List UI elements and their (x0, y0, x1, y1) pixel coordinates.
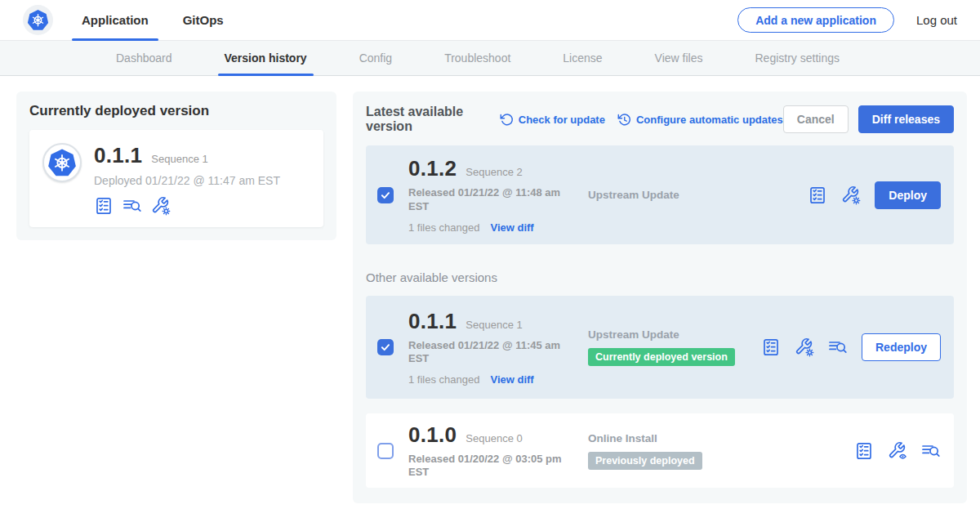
tab-registry-settings[interactable]: Registry settings (751, 41, 842, 75)
refresh-icon (500, 113, 514, 127)
app-icon-ring (42, 143, 82, 182)
top-nav: Application GitOps (80, 0, 256, 41)
nav-tab-label: GitOps (183, 13, 224, 27)
latest-version-title: Latest available version (366, 105, 488, 134)
version-row-0-1-1: 0.1.1 Sequence 1 Released 01/21/22 @ 11:… (366, 296, 954, 399)
version-row-0-1-2: 0.1.2 Sequence 2 Released 01/21/22 @ 11:… (366, 145, 954, 244)
kubernetes-logo-icon (47, 148, 77, 177)
app-subnav: Dashboard Version history Config Trouble… (0, 41, 980, 76)
deployed-sequence-label: Sequence 1 (151, 153, 207, 165)
main-content: Currently deployed version 0.1.1 Sequenc… (0, 76, 980, 503)
deployed-version-number: 0.1.1 (94, 143, 142, 168)
tab-troubleshoot[interactable]: Troubleshoot (441, 41, 514, 75)
panel-title: Currently deployed version (29, 103, 323, 119)
version-number: 0.1.0 (408, 422, 457, 448)
sequence-label: Sequence 0 (466, 432, 522, 444)
tab-dashboard[interactable]: Dashboard (113, 41, 176, 75)
sequence-label: Sequence 1 (466, 319, 522, 331)
tab-license[interactable]: License (559, 41, 605, 75)
tab-version-history[interactable]: Version history (221, 41, 310, 75)
files-changed-label: 1 files changed (408, 221, 479, 234)
edit-config-icon[interactable] (151, 196, 171, 216)
files-changed-label: 1 files changed (408, 373, 479, 386)
available-versions-panel: Latest available version Check for updat… (353, 92, 967, 503)
diff-releases-button[interactable]: Diff releases (858, 105, 954, 133)
configure-automatic-updates-link[interactable]: Configure automatic updates (617, 113, 783, 127)
previously-deployed-badge: Previously deployed (588, 452, 702, 470)
check-for-update-link[interactable]: Check for update (500, 113, 605, 127)
edit-config-icon[interactable] (841, 185, 861, 205)
top-header: Application GitOps Add a new application… (0, 0, 980, 41)
version-info: 0.1.1 Sequence 1 Released 01/21/22 @ 11:… (408, 309, 588, 386)
other-versions-label: Other available versions (366, 270, 954, 284)
redeploy-button[interactable]: Redeploy (862, 333, 941, 361)
deploy-logs-icon[interactable] (921, 441, 941, 461)
deployed-version-card: 0.1.1 Sequence 1 Deployed 01/21/22 @ 11:… (29, 130, 323, 227)
released-timestamp: Released 01/21/22 @ 11:48 am EST (408, 186, 562, 213)
tab-view-files[interactable]: View files (652, 41, 706, 75)
kubernetes-logo-icon (27, 9, 49, 31)
preflight-checks-icon[interactable] (761, 337, 781, 357)
deployed-timestamp: Deployed 01/21/22 @ 11:47 am EST (94, 174, 280, 187)
logout-link[interactable]: Log out (916, 13, 957, 27)
released-timestamp: Released 01/20/22 @ 03:05 pm EST (408, 453, 562, 480)
currently-deployed-badge: Currently deployed version (588, 348, 735, 366)
tab-config[interactable]: Config (356, 41, 395, 75)
version-source: Online Install Previously deployed (588, 432, 702, 470)
released-timestamp: Released 01/21/22 @ 11:45 am EST (408, 339, 562, 366)
clock-refresh-icon (617, 113, 631, 127)
deploy-logs-icon[interactable] (828, 337, 848, 357)
version-row-0-1-0: 0.1.0 Sequence 0 Released 01/20/22 @ 03:… (366, 413, 954, 488)
preflight-checks-icon[interactable] (94, 196, 114, 216)
edit-config-icon[interactable] (795, 337, 814, 357)
source-label: Upstream Update (588, 328, 679, 341)
source-label: Online Install (588, 432, 657, 444)
check-icon (380, 342, 391, 353)
version-number: 0.1.1 (408, 309, 457, 334)
nav-tab-label: Application (82, 13, 149, 27)
sequence-label: Sequence 2 (466, 166, 522, 178)
version-checkbox[interactable] (377, 443, 394, 459)
version-info: 0.1.2 Sequence 2 Released 01/21/22 @ 11:… (408, 156, 588, 234)
check-icon (380, 190, 391, 201)
version-checkbox[interactable] (377, 187, 394, 203)
currently-deployed-panel: Currently deployed version 0.1.1 Sequenc… (16, 92, 336, 240)
version-checkbox[interactable] (377, 339, 394, 355)
nav-tab-gitops[interactable]: GitOps (181, 0, 225, 41)
deploy-button[interactable]: Deploy (875, 181, 941, 209)
version-source: Upstream Update (588, 189, 679, 201)
source-label: Upstream Update (588, 189, 679, 201)
version-info: 0.1.0 Sequence 0 Released 01/20/22 @ 03:… (408, 422, 588, 480)
preflight-checks-icon[interactable] (854, 441, 874, 461)
view-config-icon[interactable] (888, 441, 907, 461)
nav-tab-application[interactable]: Application (80, 0, 150, 41)
version-source: Upstream Update Currently deployed versi… (588, 328, 735, 366)
view-diff-link[interactable]: View diff (490, 221, 533, 234)
view-diff-link[interactable]: View diff (490, 373, 533, 386)
cancel-button[interactable]: Cancel (783, 105, 849, 133)
app-logo (23, 5, 53, 35)
add-new-application-button[interactable]: Add a new application (737, 7, 894, 33)
latest-version-header: Latest available version Check for updat… (366, 105, 954, 134)
preflight-checks-icon[interactable] (808, 185, 827, 205)
deploy-logs-icon[interactable] (122, 196, 142, 216)
version-number: 0.1.2 (408, 156, 457, 181)
